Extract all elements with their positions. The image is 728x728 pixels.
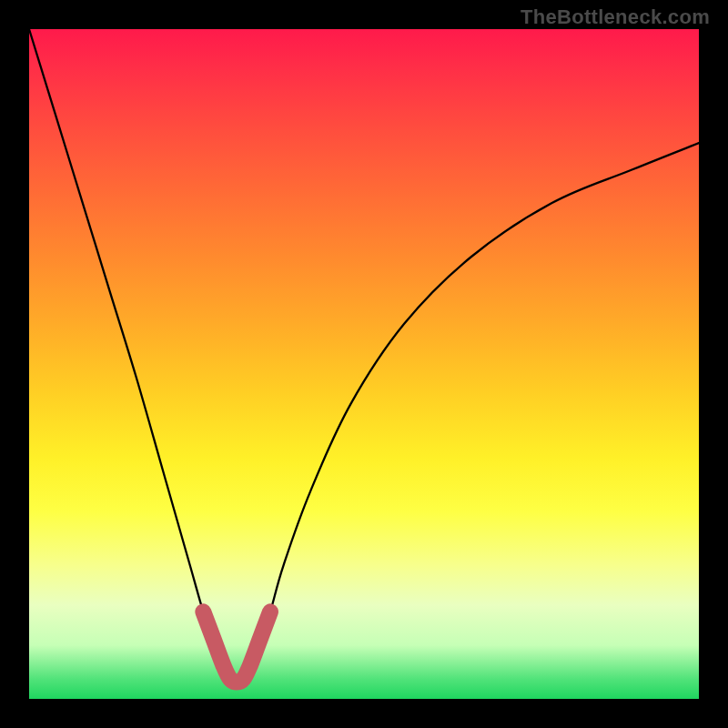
main-curve: [29, 29, 699, 689]
watermark-text: TheBottleneck.com: [521, 5, 710, 29]
trough-highlight: [203, 612, 270, 682]
plot-area: [29, 29, 699, 699]
chart-frame: TheBottleneck.com: [0, 0, 728, 728]
curve-svg: [29, 29, 699, 699]
